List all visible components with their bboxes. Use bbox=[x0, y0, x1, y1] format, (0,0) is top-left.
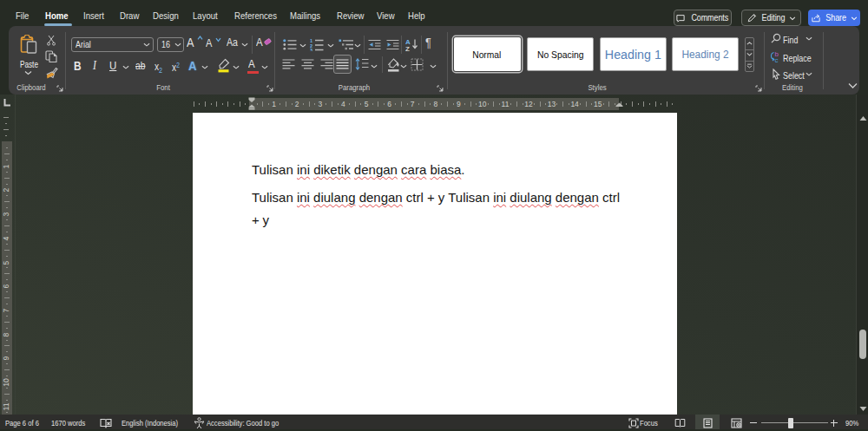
svg-text:c: c bbox=[775, 56, 779, 63]
svg-text:3: 3 bbox=[310, 48, 312, 51]
svg-text:Z: Z bbox=[405, 45, 410, 51]
